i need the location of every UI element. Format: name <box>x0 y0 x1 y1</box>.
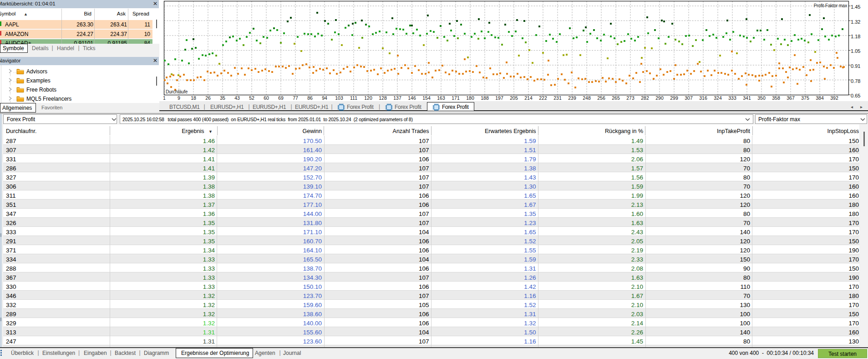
svg-text:358: 358 <box>772 95 780 101</box>
svg-text:86: 86 <box>307 95 313 101</box>
svg-text:248: 248 <box>583 95 591 101</box>
svg-text:392: 392 <box>830 95 838 101</box>
svg-text:180: 180 <box>466 95 474 101</box>
svg-text:77: 77 <box>293 95 298 101</box>
svg-text:1.18: 1.18 <box>851 34 860 39</box>
svg-text:111: 111 <box>350 95 357 101</box>
svg-text:324: 324 <box>714 95 722 101</box>
svg-text:350: 350 <box>757 95 766 101</box>
svg-text:1.05: 1.05 <box>851 48 860 54</box>
svg-text:265: 265 <box>612 95 620 101</box>
svg-text:0.78: 0.78 <box>851 78 860 84</box>
svg-text:146: 146 <box>408 95 416 101</box>
svg-text:103: 103 <box>335 95 343 101</box>
svg-text:171: 171 <box>452 95 460 101</box>
svg-text:35: 35 <box>220 95 225 101</box>
svg-text:1: 1 <box>163 95 166 101</box>
svg-text:256: 256 <box>597 95 605 101</box>
svg-text:154: 154 <box>422 95 431 101</box>
svg-text:231: 231 <box>553 95 562 101</box>
svg-text:239: 239 <box>568 95 576 101</box>
svg-text:60: 60 <box>264 95 269 101</box>
svg-text:Profit-Faktor max: Profit-Faktor max <box>814 3 847 8</box>
svg-text:120: 120 <box>364 95 372 101</box>
svg-text:0.91: 0.91 <box>851 63 860 69</box>
svg-text:1.45: 1.45 <box>851 4 860 10</box>
svg-text:384: 384 <box>816 95 824 101</box>
svg-text:282: 282 <box>641 95 649 101</box>
svg-text:222: 222 <box>539 95 547 101</box>
svg-text:197: 197 <box>495 95 503 101</box>
svg-text:307: 307 <box>685 95 693 101</box>
svg-text:333: 333 <box>728 95 736 101</box>
svg-text:290: 290 <box>655 95 664 101</box>
svg-text:0.65: 0.65 <box>851 93 860 98</box>
svg-text:163: 163 <box>437 95 445 101</box>
svg-text:Durchläufe: Durchläufe <box>166 89 188 94</box>
svg-text:188: 188 <box>481 95 489 101</box>
svg-text:69: 69 <box>278 95 284 101</box>
svg-text:94: 94 <box>322 95 327 101</box>
svg-text:43: 43 <box>234 95 240 101</box>
svg-text:137: 137 <box>393 95 401 101</box>
svg-text:273: 273 <box>626 95 635 101</box>
svg-text:341: 341 <box>743 95 751 101</box>
svg-text:214: 214 <box>524 95 533 101</box>
svg-text:375: 375 <box>801 95 809 101</box>
svg-text:52: 52 <box>249 95 254 101</box>
svg-text:299: 299 <box>670 95 678 101</box>
svg-text:26: 26 <box>205 95 211 101</box>
svg-text:128: 128 <box>379 95 387 101</box>
svg-text:316: 316 <box>699 95 707 101</box>
svg-text:9: 9 <box>178 95 180 101</box>
svg-text:367: 367 <box>787 95 795 101</box>
svg-text:205: 205 <box>510 95 518 101</box>
svg-text:1.32: 1.32 <box>851 19 860 25</box>
svg-text:18: 18 <box>191 95 196 101</box>
